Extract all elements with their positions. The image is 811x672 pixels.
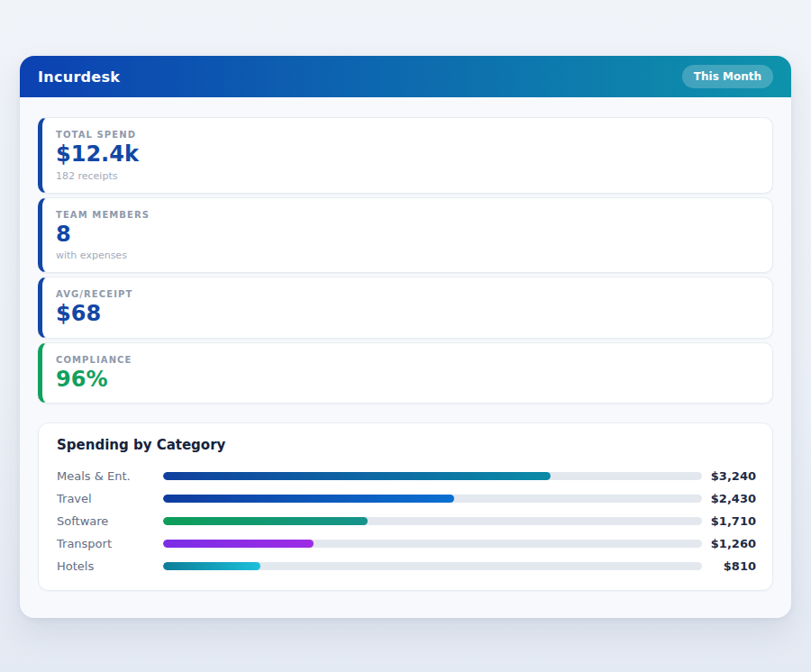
bar-track (163, 517, 702, 525)
category-label: Hotels (57, 559, 163, 573)
bar-track (163, 562, 702, 570)
category-label: Meals & Ent. (57, 469, 163, 483)
chart-title: Spending by Category (57, 437, 756, 453)
value-label: $3,240 (711, 469, 756, 483)
stat-card: COMPLIANCE 96% (38, 342, 773, 404)
stat-label: TEAM MEMBERS (56, 210, 756, 220)
bar-track (163, 495, 702, 503)
bar-track (163, 472, 702, 480)
bar-fill (163, 540, 314, 548)
app-title: Incurdesk (38, 68, 120, 86)
category-label: Travel (57, 492, 163, 505)
chart-row: Travel$2,430 (57, 487, 756, 510)
stat-label: AVG/RECEIPT (56, 289, 756, 299)
stat-card: AVG/RECEIPT $68 (38, 277, 773, 339)
stat-label: TOTAL SPEND (56, 130, 756, 140)
chart-row: Meals & Ent.$3,240 (57, 465, 756, 487)
content-area: TOTAL SPEND $12.4k 182 receipts TEAM MEM… (20, 97, 791, 591)
bar-track (163, 540, 702, 548)
stat-value: 96% (56, 368, 756, 393)
value-label: $1,260 (711, 537, 756, 550)
dashboard-card: Incurdesk This Month TOTAL SPEND $12.4k … (20, 56, 791, 618)
category-label: Transport (57, 537, 163, 550)
period-badge[interactable]: This Month (682, 65, 773, 88)
chart-row: Transport$1,260 (57, 532, 756, 555)
value-label: $2,430 (711, 492, 756, 505)
bar-fill (163, 495, 454, 503)
app-header: Incurdesk This Month (20, 56, 791, 97)
bar-fill (163, 562, 260, 570)
stats-list: TOTAL SPEND $12.4k 182 receipts TEAM MEM… (38, 117, 773, 404)
stat-value: $12.4k (56, 142, 756, 168)
chart-row: Hotels$810 (57, 555, 756, 577)
stat-sub: with expenses (56, 250, 756, 261)
bar-fill (163, 472, 551, 480)
chart-rows: Meals & Ent.$3,240Travel$2,430Software$1… (57, 465, 756, 577)
stat-value: 8 (56, 222, 756, 248)
value-label: $810 (711, 559, 756, 573)
bar-fill (163, 517, 368, 525)
value-label: $1,710 (711, 514, 756, 528)
chart-row: Software$1,710 (57, 510, 756, 532)
stat-sub: 182 receipts (56, 170, 756, 182)
category-label: Software (57, 514, 163, 528)
stat-value: $68 (56, 302, 756, 327)
stat-card: TOTAL SPEND $12.4k 182 receipts (38, 117, 773, 194)
spending-chart-card: Spending by Category Meals & Ent.$3,240T… (38, 422, 773, 591)
stat-card: TEAM MEMBERS 8 with expenses (38, 197, 773, 274)
stat-label: COMPLIANCE (56, 355, 756, 365)
